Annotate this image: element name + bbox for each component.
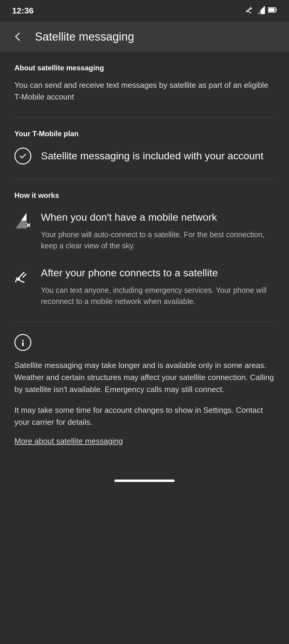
status-bar: 12:36 xyxy=(0,0,289,22)
svg-point-22 xyxy=(22,340,24,341)
signal-icon xyxy=(256,6,265,16)
info-paragraph-2: It may take some time for account change… xyxy=(14,404,275,428)
about-body: You can send and receive text messages b… xyxy=(14,79,275,103)
more-about-link[interactable]: More about satellite messaging xyxy=(14,437,123,446)
info-section: Satellite messaging may take longer and … xyxy=(14,334,275,446)
info-paragraph-1: Satellite messaging may take longer and … xyxy=(14,359,275,396)
divider-1 xyxy=(14,117,275,118)
divider-2 xyxy=(14,179,275,179)
plan-included-text: Satellite messaging is included with you… xyxy=(41,149,263,163)
how-label: How it works xyxy=(14,191,275,200)
how-desc-2: You can text anyone, including emergency… xyxy=(41,285,275,307)
how-item-2: After your phone connects to a satellite… xyxy=(14,266,275,307)
how-item-1: When you don't have a mobile network You… xyxy=(14,210,275,252)
svg-line-5 xyxy=(249,12,251,13)
page-title: Satellite messaging xyxy=(35,30,134,43)
about-section: About satellite messaging You can send a… xyxy=(14,64,275,103)
top-bar: Satellite messaging xyxy=(0,22,289,52)
how-it-works-section: How it works When you don't have a mobil… xyxy=(14,191,275,307)
home-bar xyxy=(114,480,175,482)
about-label: About satellite messaging xyxy=(14,64,275,72)
divider-3 xyxy=(14,322,275,322)
how-text-2: After your phone connects to a satellite… xyxy=(41,266,275,307)
status-icons xyxy=(245,6,277,16)
svg-rect-10 xyxy=(276,9,277,11)
content: About satellite messaging You can send a… xyxy=(0,52,289,472)
back-button[interactable] xyxy=(10,29,25,44)
svg-rect-11 xyxy=(269,8,275,12)
svg-line-3 xyxy=(250,8,252,10)
how-title-1: When you don't have a mobile network xyxy=(41,210,275,224)
svg-rect-23 xyxy=(22,342,24,346)
info-icon xyxy=(14,334,31,351)
satellite-connect-icon xyxy=(14,266,31,284)
svg-line-2 xyxy=(249,7,251,9)
svg-line-19 xyxy=(23,274,26,277)
satellite-status-icon xyxy=(245,6,253,16)
svg-line-20 xyxy=(16,278,17,282)
plan-item: Satellite messaging is included with you… xyxy=(14,148,275,164)
check-circle-icon xyxy=(14,148,31,164)
no-signal-icon xyxy=(14,210,31,228)
plan-label: Your T-Mobile plan xyxy=(14,130,275,138)
svg-line-18 xyxy=(21,272,24,275)
svg-line-4 xyxy=(246,10,247,12)
svg-line-21 xyxy=(20,281,24,282)
home-indicator xyxy=(0,472,289,489)
plan-section: Your T-Mobile plan Satellite messaging i… xyxy=(14,130,275,164)
how-desc-1: Your phone will auto-connect to a satell… xyxy=(41,229,275,252)
status-time: 12:36 xyxy=(12,6,34,16)
how-text-1: When you don't have a mobile network You… xyxy=(41,210,275,252)
how-title-2: After your phone connects to a satellite xyxy=(41,266,275,280)
battery-icon xyxy=(268,7,277,15)
